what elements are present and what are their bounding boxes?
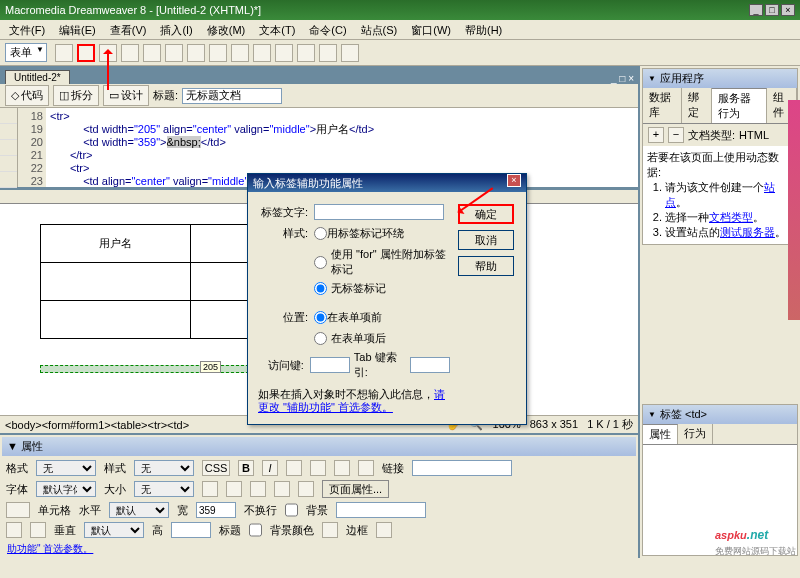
form-icon[interactable] xyxy=(55,44,73,62)
label-text-input[interactable] xyxy=(314,204,444,220)
border-swatch[interactable] xyxy=(376,522,392,538)
css-button[interactable]: CSS xyxy=(202,460,230,476)
accesskey-input[interactable] xyxy=(310,357,350,373)
close-icon[interactable]: × xyxy=(781,4,795,16)
style-for-radio[interactable] xyxy=(314,256,327,269)
jump-menu-icon[interactable] xyxy=(231,44,249,62)
button-icon[interactable] xyxy=(297,44,315,62)
align-left-icon[interactable] xyxy=(286,460,302,476)
pos-after-text: 在表单项后 xyxy=(331,331,386,346)
split-cell-icon[interactable] xyxy=(30,522,46,538)
page-title-input[interactable] xyxy=(182,88,282,104)
border-label: 边框 xyxy=(346,523,368,538)
tag-panel-header[interactable]: 标签 <td> xyxy=(643,405,797,424)
list-menu-icon[interactable] xyxy=(209,44,227,62)
style-select[interactable]: 无 xyxy=(134,460,194,476)
tab-server-behaviors[interactable]: 服务器行为 xyxy=(712,88,768,123)
hidden-field-icon[interactable] xyxy=(99,44,117,62)
menu-commands[interactable]: 命令(C) xyxy=(305,20,350,39)
checkbox-icon[interactable] xyxy=(143,44,161,62)
menu-help[interactable]: 帮助(H) xyxy=(461,20,506,39)
minimize-icon[interactable]: _ xyxy=(749,4,763,16)
ok-button[interactable]: 确定 xyxy=(458,204,514,224)
format-select[interactable]: 无 xyxy=(36,460,96,476)
style-wrap-radio[interactable] xyxy=(314,227,327,240)
link-input[interactable] xyxy=(412,460,512,476)
plus-icon[interactable]: + xyxy=(648,127,664,143)
outdent-icon[interactable] xyxy=(274,481,290,497)
list-ul-icon[interactable] xyxy=(226,481,242,497)
tabindex-input[interactable] xyxy=(410,357,450,373)
tab-untitled2[interactable]: Untitled-2* xyxy=(5,70,70,84)
menu-text[interactable]: 文本(T) xyxy=(255,20,299,39)
label-icon[interactable] xyxy=(319,44,337,62)
insert-category-dropdown[interactable]: 表单 xyxy=(5,43,47,62)
doctype-link[interactable]: 文档类型 xyxy=(709,211,753,223)
header-checkbox[interactable] xyxy=(249,522,262,538)
minus-icon[interactable]: − xyxy=(668,127,684,143)
menu-edit[interactable]: 编辑(E) xyxy=(55,20,100,39)
radio-icon[interactable] xyxy=(165,44,183,62)
align-center-icon[interactable] xyxy=(310,460,326,476)
nowrap-checkbox[interactable] xyxy=(285,502,298,518)
line-numbers: 18192021222324 xyxy=(18,108,46,187)
tab-attributes[interactable]: 属性 xyxy=(643,424,678,444)
menu-modify[interactable]: 修改(M) xyxy=(203,20,250,39)
pos-before-radio[interactable] xyxy=(314,311,327,324)
bgcolor-swatch[interactable] xyxy=(322,522,338,538)
text-color-icon[interactable] xyxy=(202,481,218,497)
window-titlebar: Macromedia Dreamweaver 8 - [Untitled-2 (… xyxy=(0,0,800,20)
image-field-icon[interactable] xyxy=(253,44,271,62)
view-split-button[interactable]: ◫拆分 xyxy=(53,85,99,106)
view-design-button[interactable]: ▭设计 xyxy=(103,85,149,106)
menu-file[interactable]: 文件(F) xyxy=(5,20,49,39)
bg-input[interactable] xyxy=(336,502,426,518)
label-text-label: 标签文字: xyxy=(258,205,308,220)
link-label: 链接 xyxy=(382,461,404,476)
cancel-button[interactable]: 取消 xyxy=(458,230,514,250)
horiz-select[interactable]: 默认 xyxy=(109,502,169,518)
file-field-icon[interactable] xyxy=(275,44,293,62)
align-justify-icon[interactable] xyxy=(358,460,374,476)
tab-behaviors[interactable]: 行为 xyxy=(678,424,713,444)
doc-window-buttons[interactable]: _ □ × xyxy=(607,73,638,84)
italic-icon[interactable]: I xyxy=(262,460,278,476)
list-ol-icon[interactable] xyxy=(250,481,266,497)
view-code-button[interactable]: ◇代码 xyxy=(5,85,49,106)
maximize-icon[interactable]: □ xyxy=(765,4,779,16)
indent-icon[interactable] xyxy=(298,481,314,497)
textarea-icon[interactable] xyxy=(121,44,139,62)
table-cell[interactable] xyxy=(41,301,191,339)
application-panel-header[interactable]: 应用程序 xyxy=(643,69,797,88)
height-input[interactable] xyxy=(171,522,211,538)
menu-site[interactable]: 站点(S) xyxy=(357,20,402,39)
bold-icon[interactable]: B xyxy=(238,460,254,476)
window-size[interactable]: 863 x 351 xyxy=(530,418,578,430)
help-button[interactable]: 帮助 xyxy=(458,256,514,276)
align-right-icon[interactable] xyxy=(334,460,350,476)
page-properties-button[interactable]: 页面属性... xyxy=(322,480,389,498)
header-label: 标题 xyxy=(219,523,241,538)
testserver-link[interactable]: 测试服务器 xyxy=(720,226,775,238)
size-select[interactable]: 无 xyxy=(134,481,194,497)
style-none-radio[interactable] xyxy=(314,282,327,295)
text-field-icon[interactable] xyxy=(77,44,95,62)
merge-cells-icon[interactable] xyxy=(6,522,22,538)
tab-bindings[interactable]: 绑定 xyxy=(682,88,712,123)
menu-window[interactable]: 窗口(W) xyxy=(407,20,455,39)
font-select[interactable]: 默认字体 xyxy=(36,481,96,497)
horiz-label: 水平 xyxy=(79,503,101,518)
menu-view[interactable]: 查看(V) xyxy=(106,20,151,39)
cell-username-label[interactable]: 用户名 xyxy=(41,225,191,263)
pos-after-radio[interactable] xyxy=(314,332,327,345)
table-cell[interactable] xyxy=(41,263,191,301)
menu-insert[interactable]: 插入(I) xyxy=(156,20,196,39)
tab-database[interactable]: 数据库 xyxy=(643,88,682,123)
properties-header[interactable]: ▼ 属性 xyxy=(2,437,636,456)
dialog-close-icon[interactable]: × xyxy=(507,174,521,187)
fieldset-icon[interactable] xyxy=(341,44,359,62)
vert-select[interactable]: 默认 xyxy=(84,522,144,538)
radio-group-icon[interactable] xyxy=(187,44,205,62)
accessibility-hint-link[interactable]: 助功能" 首选参数。 xyxy=(2,542,636,556)
width-input[interactable] xyxy=(196,502,236,518)
